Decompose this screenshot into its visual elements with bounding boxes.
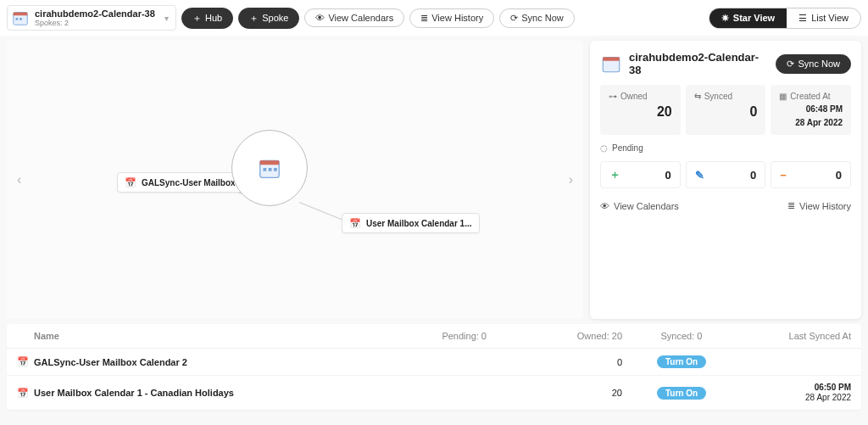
col-owned: Owned: 20 <box>487 331 622 341</box>
created-stat: ▦Created At 06:48 PM 28 Apr 2022 <box>771 85 851 135</box>
owned-stat: ⊶Owned 20 <box>600 85 681 135</box>
details-view-history-label: View History <box>799 201 851 211</box>
synced-label: Synced <box>704 92 732 101</box>
details-view-history-link[interactable]: ≣ View History <box>787 200 851 211</box>
pending-label: Pending <box>612 143 643 153</box>
pending-edit-value: 0 <box>750 169 756 182</box>
add-spoke-button[interactable]: ＋ Spoke <box>238 8 299 29</box>
owned-label: Owned <box>620 92 648 101</box>
row-owned: 20 <box>487 388 622 398</box>
svg-rect-1 <box>14 13 28 16</box>
svg-rect-3 <box>19 18 22 20</box>
col-name: Name <box>34 331 385 341</box>
view-history-label: View History <box>431 13 483 23</box>
calendar-icon: 📅 <box>125 176 136 188</box>
calendar-selector-title: cirahubdemo2-Calendar-38 <box>35 8 155 19</box>
list-icon: ≣ <box>787 200 795 211</box>
details-sync-now-button[interactable]: ⟳ Sync Now <box>776 54 851 74</box>
chevron-down-icon: ▾ <box>164 14 169 23</box>
view-calendars-label: View Calendars <box>328 13 393 23</box>
turn-on-button[interactable]: Turn On <box>657 387 706 400</box>
pencil-icon: ✎ <box>695 169 704 182</box>
list-view-label: List View <box>811 13 849 23</box>
calendar-icon: 📅 <box>17 356 34 367</box>
star-view-label: Star View <box>733 13 775 23</box>
calendar-icon <box>257 155 282 181</box>
spokes-table: Name Pending: 0 Owned: 20 Synced: 0 Last… <box>7 324 861 410</box>
created-date: 28 Apr 2022 <box>779 118 843 128</box>
sync-now-button[interactable]: ⟳ Sync Now <box>499 8 575 28</box>
prev-arrow[interactable]: ‹ <box>12 167 26 193</box>
calendar-icon <box>11 8 30 27</box>
col-last: Last Synced At <box>741 331 851 341</box>
sync-icon: ⇆ <box>694 92 701 101</box>
pending-icon: ◌ <box>600 143 608 153</box>
svg-rect-6 <box>264 168 267 171</box>
list-icon: ☰ <box>798 13 807 24</box>
row-name: User Mailbox Calendar 1 - Canadian Holid… <box>34 388 385 398</box>
svg-rect-8 <box>274 168 277 171</box>
plus-icon: ＋ <box>192 12 202 25</box>
minus-icon: − <box>780 169 787 182</box>
row-owned: 0 <box>487 357 622 367</box>
sync-now-label: Sync Now <box>521 13 564 23</box>
details-view-calendars-label: View Calendars <box>614 201 679 211</box>
refresh-icon: ⟳ <box>510 13 518 24</box>
details-view-calendars-link[interactable]: 👁 View Calendars <box>600 200 679 211</box>
details-panel: cirahubdemo2-Calendar-38 ⟳ Sync Now ⊶Own… <box>590 41 861 319</box>
table-row[interactable]: 📅 User Mailbox Calendar 1 - Canadian Hol… <box>7 376 861 410</box>
view-history-button[interactable]: ≣ View History <box>409 8 494 28</box>
view-toggle: ✷ Star View ☰ List View <box>709 8 861 29</box>
row-last: 06:50 PM 28 Apr 2022 <box>741 383 851 403</box>
add-hub-button[interactable]: ＋ Hub <box>181 8 233 29</box>
spoke-node-label: User Mailbox Calendar 1... <box>366 219 472 228</box>
pending-remove-value: 0 <box>836 169 842 182</box>
created-label: Created At <box>790 92 830 101</box>
pending-remove-stat: − 0 <box>771 161 851 188</box>
star-view-tab[interactable]: ✷ Star View <box>709 8 787 28</box>
synced-stat: ⇆Synced 0 <box>686 85 766 135</box>
details-title: cirahubdemo2-Calendar-38 <box>629 51 769 76</box>
spoke-node-label: GALSync-User Mailbox ... <box>142 178 245 187</box>
svg-rect-7 <box>269 168 272 171</box>
link-icon: ⊶ <box>609 92 617 101</box>
calendar-icon: 📅 <box>349 217 361 229</box>
view-calendars-button[interactable]: 👁 View Calendars <box>304 8 404 27</box>
table-header: Name Pending: 0 Owned: 20 Synced: 0 Last… <box>7 324 861 349</box>
calendar-small-icon: ▦ <box>779 92 787 101</box>
calendar-selector-subtitle: Spokes: 2 <box>35 19 155 27</box>
col-synced: Synced: 0 <box>622 331 741 341</box>
pending-add-stat: ＋ 0 <box>600 161 681 188</box>
eye-icon: 👁 <box>600 201 609 211</box>
add-hub-label: Hub <box>205 13 222 23</box>
turn-on-button[interactable]: Turn On <box>657 355 706 368</box>
top-toolbar: cirahubdemo2-Calendar-38 Spokes: 2 ▾ ＋ H… <box>0 0 868 36</box>
plus-icon: ＋ <box>249 12 259 25</box>
col-pending: Pending: 0 <box>385 331 487 341</box>
calendar-selector[interactable]: cirahubdemo2-Calendar-38 Spokes: 2 ▾ <box>7 5 176 31</box>
next-arrow[interactable]: › <box>564 167 578 193</box>
refresh-icon: ⟳ <box>787 59 794 70</box>
pending-add-value: 0 <box>665 169 670 182</box>
table-row[interactable]: 📅 GALSync-User Mailbox Calendar 2 0 Turn… <box>7 349 861 376</box>
synced-value: 0 <box>694 104 758 120</box>
created-time: 06:48 PM <box>779 104 843 115</box>
svg-rect-5 <box>260 160 280 165</box>
list-view-tab[interactable]: ☰ List View <box>787 8 860 28</box>
svg-rect-2 <box>16 18 19 20</box>
spoke-node[interactable]: 📅 User Mailbox Calendar 1... <box>342 213 480 233</box>
row-name: GALSync-User Mailbox Calendar 2 <box>34 357 385 367</box>
list-icon: ≣ <box>420 13 428 24</box>
pending-edit-stat: ✎ 0 <box>686 161 766 188</box>
star-view-canvas: ‹ › 📅 GALSync-User Mailbox ... 📅 User Ma… <box>7 41 583 319</box>
star-network-icon: ✷ <box>721 13 729 24</box>
owned-value: 20 <box>609 104 672 120</box>
calendar-icon: 📅 <box>17 388 34 399</box>
svg-rect-10 <box>603 57 620 60</box>
eye-icon: 👁 <box>315 13 325 23</box>
add-spoke-label: Spoke <box>262 13 288 23</box>
main-area: ‹ › 📅 GALSync-User Mailbox ... 📅 User Ma… <box>0 36 868 324</box>
details-sync-now-label: Sync Now <box>798 59 840 69</box>
connector-line <box>299 202 347 221</box>
hub-node[interactable] <box>231 130 308 206</box>
